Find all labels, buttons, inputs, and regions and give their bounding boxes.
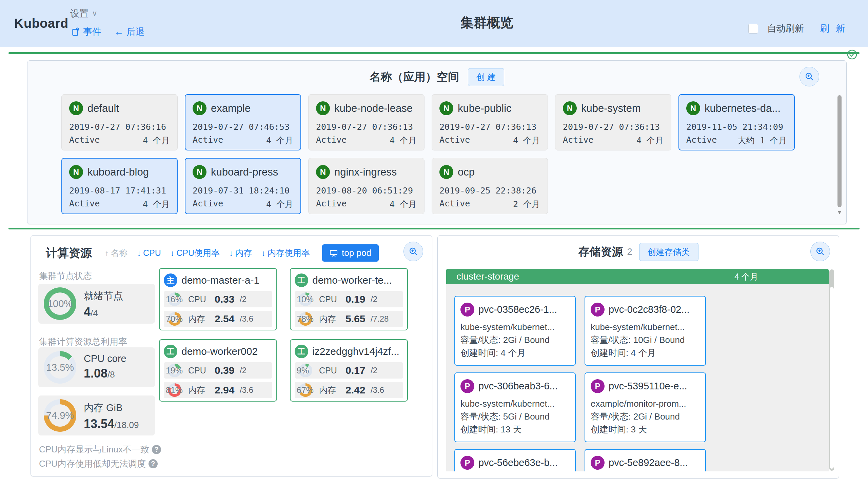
ready-nodes-total: /4 [91,308,98,318]
memory-label: 内存 [188,311,205,327]
pvc-created: 创建时间: 13 天 [460,423,570,436]
cpu-total: /2 [240,291,246,307]
namespace-icon: N [439,101,453,115]
pvc-card-306beab3[interactable]: Ppvc-306beab3-6... kube-system/kubernet.… [454,372,576,442]
pvc-name: pvc-5e892aee-8... [609,457,688,468]
sort-by-memory-usage[interactable]: ↓内存使用率 [262,247,310,259]
namespaces-zoom-button[interactable] [800,67,819,86]
compute-title: 计算资源 [46,245,92,261]
node-card-demo-worker-te[interactable]: 工demo-worker-te... 10% CPU 0.19 /2 78% 内… [290,268,408,330]
namespace-card-kube-public[interactable]: Nkube-public 2019-07-27 07:36:13 Active4… [432,94,548,150]
pvc-card-0c2c83f8[interactable]: Ppvc-0c2c83f8-02... kube-system/kubernet… [585,296,706,366]
question-icon[interactable]: ? [149,459,158,468]
cpu-utilization-label: CPU core [84,353,126,364]
storage-class-header-bar[interactable]: cluster-storage 4 个月 [446,269,829,284]
namespace-created: 2019-07-27 07:36:13 [563,122,664,132]
namespace-created: 2019-07-31 18:24:10 [193,186,293,196]
scrollbar-thumb[interactable] [830,287,834,469]
storage-scrollbar[interactable] [829,269,834,471]
namespace-age: 2 个月 [513,199,540,210]
namespace-card-example[interactable]: Nexample 2019-07-27 07:46:53 Active4 个月 [185,94,301,150]
pvc-card-0358ec26[interactable]: Ppvc-0358ec26-1... kube-system/kubernet.… [454,296,576,366]
sort-by-name[interactable]: ↑名称 [105,247,128,259]
namespace-icon: N [316,165,330,179]
scrollbar-down-arrow[interactable] [838,211,841,214]
pvc-ref: kube-system/kubernet... [591,321,700,333]
node-cpu-metric: 9% CPU 0.17 /2 [295,362,403,379]
namespace-card-kube-system[interactable]: Nkube-system 2019-07-27 07:36:13 Active4… [555,94,671,150]
pvc-name: pvc-0358ec26-1... [478,304,557,315]
scrollbar-thumb[interactable] [837,95,842,207]
namespace-card-kubernetes-dashboard[interactable]: Nkubernetes-da... 2019-11-05 21:34:09 Ac… [678,94,795,150]
pvc-capacity-status: 容量/状态: 2Gi / Bound [591,410,700,423]
pvc-card-56ebe63e[interactable]: Ppvc-56ebe63e-b... kube-system/kubernet.… [454,449,576,471]
pvc-card-5395110e[interactable]: Ppvc-5395110e-e... example/monitor-prom.… [585,372,706,442]
namespace-created: 2019-07-27 07:36:16 [69,122,170,132]
sort-by-memory[interactable]: ↓内存 [229,247,252,259]
namespace-age: 4 个月 [143,135,170,146]
node-card-grid: 主demo-master-a-1 16% CPU 0.33 /2 70% 内存 … [159,268,408,402]
settings-dropdown[interactable]: 设置 ∨ [70,7,97,20]
node-memory-metric: 70% 内存 2.54 /3.6 [164,311,272,327]
footnote-cpu-linux[interactable]: CPU内存显示与Linux不一致 ? [39,444,161,455]
pvc-created: 创建时间: 3 天 [591,423,700,436]
storage-title: 存储资源 [578,244,623,260]
namespace-created: 2019-08-17 17:41:31 [69,186,170,196]
page-title: 集群概览 [460,14,513,32]
cpu-label: CPU [319,362,337,379]
node-card-iz2zedgghv14j4zf[interactable]: 工iz2zedgghv14j4zf... 9% CPU 0.17 /2 67% … [290,339,408,402]
pvc-card-5e892aee[interactable]: Ppvc-5e892aee-8... example/monitor-prom.… [585,449,706,471]
memory-percent: 70% [166,311,183,327]
footnote-cpu-schedule[interactable]: CPU内存使用低却无法调度 ? [39,458,158,470]
back-link[interactable]: ← 后退 [114,26,145,38]
board-icon [330,249,338,257]
magnifier-plus-icon [409,247,418,256]
top-pod-button[interactable]: top pod [322,244,379,262]
namespace-name: example [211,102,251,115]
namespace-card-kube-node-lease[interactable]: Nkube-node-lease 2019-07-27 07:36:13 Act… [308,94,425,150]
namespace-status: Active [439,199,470,210]
node-card-demo-worker002[interactable]: 工demo-worker002 19% CPU 0.39 /2 81% 内存 2… [159,339,277,402]
memory-utilization-card: 74.9% 内存 GiB 13.54/18.09 [38,395,155,435]
node-cpu-metric: 19% CPU 0.39 /2 [164,362,272,379]
namespace-card-default[interactable]: Ndefault 2019-07-27 07:36:16 Active4 个月 [61,94,178,150]
ready-nodes-label: 就绪节点 [84,289,123,303]
sort-by-cpu-usage[interactable]: ↓CPU使用率 [171,247,220,259]
storage-zoom-button[interactable] [810,242,830,261]
cpu-value: 0.19 [346,291,365,307]
namespace-name: kube-system [581,102,641,115]
auto-refresh-label: 自动刷新 [767,22,804,35]
create-storage-class-button[interactable]: 创建存储类 [639,243,698,261]
pvc-name: pvc-306beab3-6... [478,381,558,392]
memory-label: 内存 [319,382,336,398]
sort-desc-icon: ↓ [171,249,175,258]
kuboard-logo[interactable]: Kuboard [14,16,68,31]
namespace-age: 4 个月 [266,199,293,210]
node-memory-metric: 78% 内存 5.65 /7.28 [295,311,403,327]
question-icon[interactable]: ? [152,445,161,454]
ready-nodes-percent: 100% [44,287,76,320]
node-card-demo-master-a-1[interactable]: 主demo-master-a-1 16% CPU 0.33 /2 70% 内存 … [159,268,277,330]
refresh-button[interactable]: 刷 新 [820,22,847,35]
namespace-card-ocp[interactable]: Nocp 2019-09-25 22:38:26 Active2 个月 [432,158,548,214]
namespace-card-kuboard-press[interactable]: Nkuboard-press 2019-07-31 18:24:10 Activ… [185,158,301,214]
cpu-total: /2 [371,362,377,379]
memory-value: 2.94 [215,382,234,398]
auto-refresh-checkbox[interactable] [748,24,758,34]
compute-zoom-button[interactable] [403,242,423,261]
sort-asc-icon: ↑ [105,249,109,258]
sort-by-cpu[interactable]: ↓CPU [137,248,161,258]
namespace-card-kuboard-blog[interactable]: Nkuboard-blog 2019-08-17 17:41:31 Active… [61,158,178,214]
node-memory-metric: 67% 内存 2.42 /3.6 [295,382,403,398]
back-arrow-icon: ← [114,27,123,37]
utilization-label: 集群计算资源总利用率 [39,336,127,348]
namespace-age: 大约 1 个月 [738,135,787,146]
node-name: iz2zedgghv14j4zf... [312,346,399,357]
namespace-card-nginx-ingress[interactable]: Nnginx-ingress 2019-08-20 06:51:29 Activ… [308,158,425,214]
memory-value: 2.42 [346,382,365,398]
cpu-total: /2 [371,291,377,307]
namespace-icon: N [193,165,206,179]
storage-resources-panel: 存储资源 2 创建存储类 cluster-storage 4 个月 Ppvc-0… [437,235,839,479]
create-namespace-button[interactable]: 创 建 [468,68,504,86]
events-link[interactable]: 事件 [72,26,101,38]
